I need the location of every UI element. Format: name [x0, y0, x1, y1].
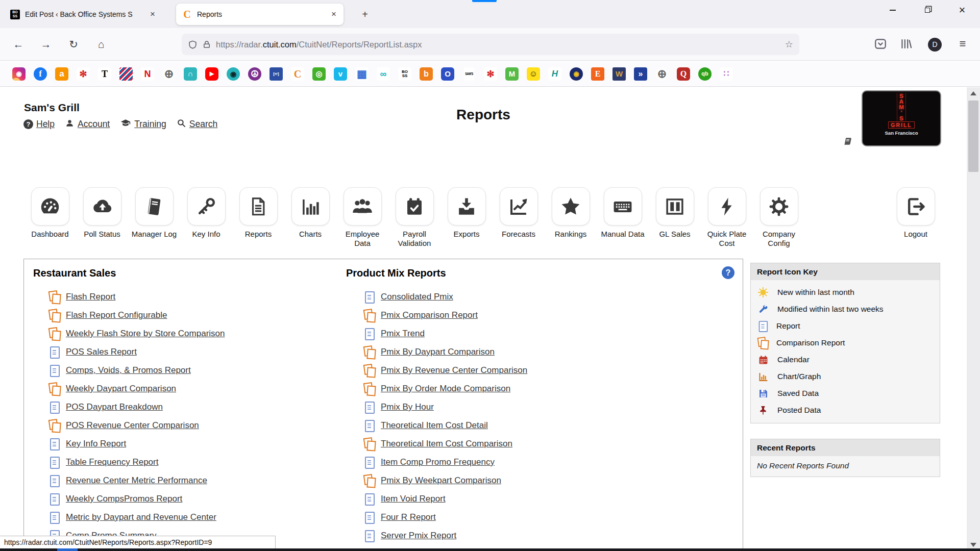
- vertical-scrollbar[interactable]: [967, 87, 980, 551]
- bookmark-item[interactable]: ⊕: [162, 67, 176, 81]
- report-link[interactable]: Theoretical Item Cost Comparison: [381, 439, 512, 449]
- report-link[interactable]: Four R Report: [381, 512, 436, 522]
- new-tab-button[interactable]: +: [357, 7, 373, 22]
- report-link[interactable]: Flash Report Configurable: [66, 310, 167, 320]
- address-bar[interactable]: https://radar.ctuit.com/CtuitNet/Reports…: [182, 34, 799, 55]
- bookmark-item[interactable]: H: [548, 67, 561, 81]
- bookmark-item[interactable]: v: [334, 67, 347, 81]
- bookmark-item[interactable]: N: [141, 67, 154, 81]
- bookmark-item[interactable]: ✼: [484, 67, 497, 81]
- training-link-label[interactable]: Training: [134, 119, 166, 130]
- toolbar-item-forecasts[interactable]: Forecasts: [494, 187, 543, 248]
- bookmark-item[interactable]: O: [441, 67, 454, 81]
- toolbar-item-dashboard[interactable]: Dashboard: [26, 187, 75, 248]
- toolbar-item-charts[interactable]: Charts: [286, 187, 335, 248]
- bookmark-item[interactable]: ▦: [355, 67, 369, 81]
- training-link[interactable]: Training: [120, 118, 166, 131]
- home-button[interactable]: ⌂: [92, 35, 110, 54]
- toolbar-item-employee-data[interactable]: Employee Data: [338, 187, 387, 248]
- report-link[interactable]: Pmix By Order Mode Comparison: [381, 384, 510, 394]
- scroll-up-icon[interactable]: [970, 91, 976, 95]
- close-window-button[interactable]: ×: [950, 0, 974, 20]
- bookmark-item[interactable]: ∞: [377, 67, 390, 81]
- bookmark-item[interactable]: ∷: [720, 67, 733, 81]
- toolbar-item-logout[interactable]: Logout: [891, 187, 940, 239]
- bookmark-item[interactable]: ◉: [570, 67, 583, 81]
- bookmark-item[interactable]: C: [291, 67, 304, 81]
- account-link-label[interactable]: Account: [78, 119, 110, 130]
- report-link[interactable]: Pmix By Hour: [381, 402, 434, 412]
- bookmark-item[interactable]: SAM'S: [464, 67, 475, 81]
- bookmark-item[interactable]: ∩: [184, 67, 197, 81]
- bookmark-item[interactable]: ▶: [205, 67, 218, 81]
- report-link[interactable]: Item Comp Promo Frequency: [381, 457, 495, 467]
- report-link[interactable]: Server Pmix Report: [381, 531, 456, 541]
- report-link[interactable]: Weekly Daypart Comparison: [66, 384, 176, 394]
- bookmark-item[interactable]: W: [612, 67, 626, 81]
- report-link[interactable]: Metric by Daypart and Revenue Center: [66, 512, 216, 522]
- minimize-button[interactable]: [881, 0, 904, 20]
- toolbar-item-key-info[interactable]: Key Info: [182, 187, 231, 248]
- report-link[interactable]: Pmix By Weekpart Comparison: [381, 475, 501, 486]
- shield-icon[interactable]: [188, 40, 198, 49]
- report-link[interactable]: Theoretical Item Cost Detail: [381, 420, 488, 431]
- bookmark-star-icon[interactable]: ☆: [785, 39, 793, 50]
- bookmark-item[interactable]: ⊕: [655, 67, 669, 81]
- toolbar-item-manager-log[interactable]: Manager Log: [130, 187, 179, 248]
- bookmark-item[interactable]: ◎: [312, 67, 326, 81]
- forward-button[interactable]: →: [37, 35, 55, 54]
- report-link[interactable]: Weekly Flash Store by Store Comparison: [66, 329, 225, 339]
- toolbar-item-reports[interactable]: Reports: [234, 187, 283, 248]
- report-link[interactable]: POS Sales Report: [66, 347, 137, 357]
- bookmark-item[interactable]: b: [420, 67, 433, 81]
- bookmark-item[interactable]: ☮: [248, 67, 261, 81]
- search-link-label[interactable]: Search: [189, 119, 217, 130]
- bookmark-item[interactable]: Q: [677, 67, 690, 81]
- bookmark-item[interactable]: »: [634, 67, 647, 81]
- restore-button[interactable]: [916, 0, 939, 20]
- bookmark-item[interactable]: ✼: [77, 67, 90, 81]
- scrollbar-thumb[interactable]: [968, 101, 978, 172]
- bookmark-item[interactable]: [119, 67, 133, 81]
- report-link[interactable]: Consolidated Pmix: [381, 292, 453, 302]
- hamburger-menu-icon[interactable]: ≡: [953, 35, 972, 54]
- report-link[interactable]: Revenue Center Metric Performance: [66, 475, 207, 486]
- search-link[interactable]: Search: [177, 118, 217, 131]
- report-link[interactable]: Table Frequency Report: [66, 457, 158, 467]
- bookmark-item[interactable]: f: [34, 67, 47, 81]
- reload-button[interactable]: ↻: [64, 35, 83, 54]
- bookmark-item[interactable]: ☺: [527, 67, 540, 81]
- back-button[interactable]: ←: [9, 35, 28, 54]
- bookmark-item[interactable]: ◉: [227, 67, 240, 81]
- report-link[interactable]: Key Info Report: [66, 439, 126, 449]
- bookmark-item[interactable]: BO SS: [398, 67, 411, 81]
- report-link[interactable]: POS Revenue Center Comparison: [66, 420, 199, 431]
- report-link[interactable]: Pmix Trend: [381, 329, 425, 339]
- scroll-down-icon[interactable]: [970, 543, 976, 547]
- report-link[interactable]: Pmix By Revenue Center Comparison: [381, 365, 527, 375]
- profile-avatar[interactable]: D: [928, 38, 942, 52]
- bookmark-item[interactable]: T: [98, 67, 111, 81]
- close-tab-icon[interactable]: ×: [330, 9, 337, 19]
- toolbar-item-gl-sales[interactable]: GL Sales: [650, 187, 699, 248]
- toolbar-item-company-config[interactable]: Company Config: [754, 187, 803, 248]
- bookmark-item[interactable]: ◉: [12, 67, 26, 81]
- report-link[interactable]: Flash Report: [66, 292, 115, 302]
- toolbar-item-rankings[interactable]: Rankings: [546, 187, 595, 248]
- report-link[interactable]: Weekly CompsPromos Report: [66, 494, 182, 504]
- report-link[interactable]: Pmix Comparison Report: [381, 310, 478, 320]
- toolbar-item-payroll-validation[interactable]: Payroll Validation: [390, 187, 439, 248]
- help-link[interactable]: ? Help: [23, 119, 55, 130]
- report-link[interactable]: Comps, Voids, & Promos Report: [66, 365, 191, 375]
- lock-icon[interactable]: [202, 40, 211, 49]
- help-link-label[interactable]: Help: [36, 119, 55, 130]
- toolbar-item-exports[interactable]: Exports: [442, 187, 491, 248]
- bookmark-item[interactable]: [rr]: [270, 67, 283, 81]
- report-link[interactable]: Item Void Report: [381, 494, 446, 504]
- tab-reports[interactable]: C Reports ×: [176, 4, 344, 25]
- tab-edit-post[interactable]: BO SS Edit Post ‹ Back Office Systems S …: [4, 4, 162, 25]
- report-link[interactable]: POS Daypart Breakdown: [66, 402, 163, 412]
- bookmark-item[interactable]: M: [505, 67, 519, 81]
- pocket-icon[interactable]: [874, 37, 887, 53]
- close-tab-icon[interactable]: ×: [149, 9, 156, 19]
